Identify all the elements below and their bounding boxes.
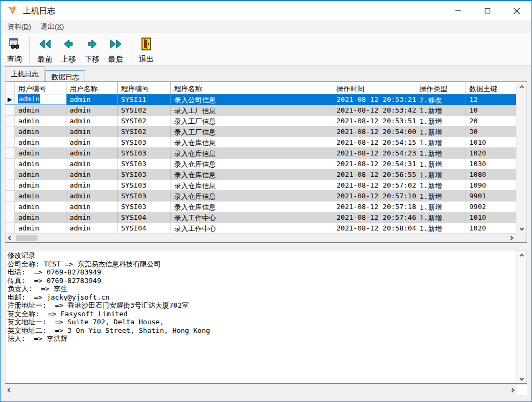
grid-cell[interactable]: admin [66, 148, 118, 158]
grid-hscrollbar[interactable] [5, 233, 516, 242]
grid-cell[interactable]: admin [66, 180, 118, 190]
grid-cell[interactable]: admin [15, 126, 66, 137]
grid-cell[interactable]: 2021-08-12 20:57:10 [333, 191, 416, 201]
scroll-left-icon[interactable] [5, 386, 14, 395]
grid-cell[interactable]: 2021-08-12 20:54:00 [333, 126, 416, 137]
grid-cell[interactable]: admin [15, 105, 66, 115]
scroll-track[interactable] [516, 92, 527, 224]
grid-cell[interactable]: SYSI03 [118, 148, 171, 158]
grid-cell[interactable]: admin [15, 137, 66, 147]
table-row[interactable]: adminadminSYSI02录入工厂信息2021-08-12 20:53:5… [5, 116, 516, 126]
tab-machine-log[interactable]: 上机日志 [5, 66, 44, 81]
grid-cell[interactable]: 录入工作中心 [171, 223, 333, 233]
grid-cell[interactable]: SYSI11 [118, 94, 171, 105]
grid-cell[interactable]: 录入仓库信息 [171, 191, 333, 201]
grid-cell[interactable]: 1.新增 [416, 202, 466, 212]
column-header-op-time[interactable]: 操作时间 [333, 82, 416, 94]
grid-cell[interactable]: 1.新增 [416, 180, 466, 190]
table-row[interactable]: adminadminSYSI04录入工作中心2021-08-12 20:57:4… [5, 212, 516, 223]
grid-cell[interactable]: admin [15, 202, 66, 212]
grid-cell[interactable]: 1080 [466, 169, 516, 180]
grid-cell[interactable]: admin [15, 148, 66, 158]
grid-cell[interactable]: admin [66, 202, 118, 212]
grid-cell[interactable]: 2021-08-12 20:58:04 [333, 223, 416, 233]
grid-cell[interactable]: SYSI03 [118, 137, 171, 147]
grid-cell[interactable]: SYSI04 [118, 223, 171, 233]
grid-cell[interactable]: 1.新增 [416, 191, 466, 201]
grid-cell[interactable]: 2021-08-12 20:53:51 [333, 116, 416, 126]
grid-cell[interactable]: SYSI02 [118, 126, 171, 137]
grid-cell[interactable]: 录入仓库信息 [171, 202, 333, 212]
grid-cell[interactable]: 1.新增 [416, 126, 466, 137]
grid-cell[interactable]: 1.新增 [416, 223, 466, 233]
first-button[interactable]: 最前 [33, 35, 57, 64]
grid-cell[interactable]: 录入仓库信息 [171, 137, 333, 147]
table-row[interactable]: adminadminSYSI03录入仓库信息2021-08-12 20:54:2… [5, 148, 516, 159]
grid-cell[interactable]: 1010 [466, 212, 516, 222]
grid-cell[interactable]: admin [15, 169, 66, 180]
column-header-program-name[interactable]: 程序名称 [171, 82, 333, 94]
last-button[interactable]: 最后 [104, 35, 128, 64]
grid-cell[interactable]: 2021-08-12 20:53:42 [333, 105, 416, 115]
grid-cell[interactable]: 2021-08-12 20:56:55 [333, 169, 416, 180]
table-row[interactable]: adminadminSYSI02录入工厂信息2021-08-12 20:53:4… [5, 105, 516, 116]
grid-cell[interactable]: 录入公司信息 [171, 94, 333, 105]
table-row[interactable]: adminadminSYSI02录入工厂信息2021-08-12 20:54:0… [5, 126, 516, 137]
column-header-program-id[interactable]: 程序编号 [118, 82, 171, 94]
grid-cell[interactable]: 2021-08-12 20:57:46 [333, 212, 416, 222]
tab-data-log[interactable]: 数据日志 [46, 70, 85, 81]
grid-cell[interactable]: 录入仓库信息 [171, 169, 333, 180]
grid-cell[interactable]: SYSI03 [118, 159, 171, 169]
grid-vscrollbar[interactable] [516, 82, 527, 233]
query-button[interactable]: 查询 [3, 35, 26, 64]
memo-vscrollbar[interactable] [516, 250, 527, 383]
scroll-left-icon[interactable] [5, 234, 15, 243]
exit-button[interactable]: 退出 [134, 35, 158, 64]
scroll-right-icon[interactable] [506, 234, 516, 243]
grid-cell[interactable]: admin [66, 223, 118, 233]
scroll-track[interactable] [516, 260, 527, 374]
grid-cell[interactable]: SYSI04 [118, 212, 171, 222]
grid-cell[interactable]: admin [15, 223, 66, 233]
bottom-hscrollbar[interactable] [5, 385, 527, 395]
grid-cell[interactable]: admin [66, 137, 118, 147]
grid-cell[interactable]: admin [15, 191, 66, 201]
grid-cell[interactable]: admin [15, 180, 66, 190]
grid-cell[interactable]: admin [66, 105, 118, 115]
scroll-thumb[interactable] [16, 235, 38, 241]
grid-cell[interactable]: admin [66, 116, 118, 126]
grid-cell[interactable]: admin [15, 212, 66, 222]
column-header-op-type[interactable]: 操作类型 [416, 82, 466, 94]
grid-cell[interactable]: 9902 [466, 202, 516, 212]
grid-cell[interactable]: 录入仓库信息 [171, 148, 333, 158]
grid-cell[interactable]: SYSI02 [118, 116, 171, 126]
grid-cell[interactable]: 12 [466, 94, 516, 105]
table-row[interactable]: adminadminSYSI04录入工作中心2021-08-12 20:58:0… [5, 223, 516, 233]
close-button[interactable] [502, 1, 531, 20]
grid-cell[interactable]: 2.修改 [416, 94, 466, 105]
grid-cell[interactable]: admin [15, 116, 66, 126]
grid-cell[interactable]: admin [66, 191, 118, 201]
grid-cell[interactable]: 1.新增 [416, 137, 466, 147]
grid-cell[interactable]: 1.新增 [416, 116, 466, 126]
grid-cell[interactable]: 1.新增 [416, 212, 466, 222]
grid-cell[interactable]: SYSI03 [118, 180, 171, 190]
grid-cell[interactable]: 录入工作中心 [171, 212, 333, 222]
table-row[interactable]: adminadminSYSI03录入仓库信息2021-08-12 20:54:1… [5, 137, 516, 148]
column-header-user-id[interactable]: 用户编号 [15, 82, 66, 94]
table-row[interactable]: adminadminSYSI03录入仓库信息2021-08-12 20:56:5… [5, 169, 516, 180]
maximize-button[interactable] [473, 1, 502, 20]
grid-cell[interactable]: 10 [466, 105, 516, 115]
grid-cell[interactable]: 1010 [466, 137, 516, 147]
menu-item-exit[interactable]: 退出(X) [36, 20, 69, 33]
grid-cell[interactable]: 1.新增 [416, 148, 466, 158]
grid-cell[interactable]: admin [15, 94, 66, 105]
grid-cell[interactable]: 录入工厂信息 [171, 105, 333, 115]
grid-cell[interactable]: 录入工厂信息 [171, 126, 333, 137]
menu-item-data[interactable]: 资料(D) [3, 20, 36, 33]
memo-panel[interactable]: 修改记录 公司全称: TEST => 东莞易杰信息科技有限公司 电话: => 0… [5, 250, 516, 383]
grid-cell[interactable]: SYSI02 [118, 105, 171, 115]
grid-cell[interactable]: 1.新增 [416, 169, 466, 180]
grid-cell[interactable]: 2021-08-12 20:57:18 [333, 202, 416, 212]
grid-cell[interactable]: SYSI03 [118, 169, 171, 180]
